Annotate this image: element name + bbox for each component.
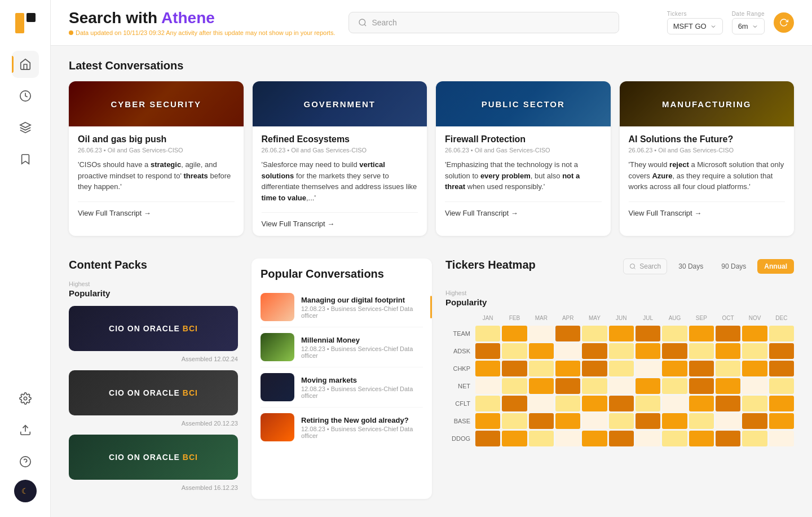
heatmap-cell[interactable] <box>609 326 634 341</box>
heatmap-cell[interactable] <box>502 326 527 341</box>
pack-card-3[interactable]: CIO ON ORACLE BCI <box>69 435 238 480</box>
heatmap-cell[interactable] <box>609 396 634 411</box>
heatmap-cell[interactable] <box>689 396 714 411</box>
heatmap-cell[interactable] <box>475 343 500 359</box>
heatmap-cell[interactable] <box>716 413 740 429</box>
heatmap-cell[interactable] <box>636 361 660 376</box>
heatmap-cell[interactable] <box>716 396 740 411</box>
heatmap-cell[interactable] <box>475 413 500 429</box>
heatmap-cell[interactable] <box>689 361 714 376</box>
heatmap-cell[interactable] <box>502 343 527 359</box>
heatmap-cell[interactable] <box>582 431 607 446</box>
heatmap-cell[interactable] <box>689 326 714 341</box>
heatmap-cell[interactable] <box>555 361 580 376</box>
heatmap-cell[interactable] <box>689 413 714 429</box>
heatmap-cell[interactable] <box>662 378 687 394</box>
heatmap-cell[interactable] <box>529 413 554 429</box>
heatmap-cell[interactable] <box>769 378 794 394</box>
tickers-select[interactable]: MSFT GO <box>667 18 723 34</box>
heatmap-cell[interactable] <box>555 396 580 411</box>
pack-card-2[interactable]: CIO ON ORACLE BCI <box>69 370 238 415</box>
heatmap-cell[interactable] <box>769 431 794 446</box>
heatmap-cell[interactable] <box>689 378 714 394</box>
sidebar-item-bookmark[interactable] <box>12 146 39 173</box>
heatmap-cell[interactable] <box>529 361 554 376</box>
heatmap-cell[interactable] <box>582 343 607 359</box>
heatmap-cell[interactable] <box>636 343 660 359</box>
heatmap-cell[interactable] <box>742 343 767 359</box>
heatmap-cell[interactable] <box>716 343 740 359</box>
heatmap-cell[interactable] <box>475 431 500 446</box>
conversation-card-public[interactable]: PUBLIC SECTOR Firewall Protection 26.06.… <box>436 81 611 236</box>
heatmap-cell[interactable] <box>582 378 607 394</box>
heatmap-cell[interactable] <box>582 361 607 376</box>
sidebar-item-settings[interactable] <box>12 385 39 412</box>
popular-item-1[interactable]: Managing our digital footprint 12.08.23 … <box>261 287 423 327</box>
heatmap-cell[interactable] <box>769 396 794 411</box>
popular-item-4[interactable]: Retiring the New gold already? 12.08.23 … <box>261 408 423 447</box>
heatmap-cell[interactable] <box>582 413 607 429</box>
heatmap-cell[interactable] <box>475 361 500 376</box>
conversation-card-cyber[interactable]: CYBER SECURITY Oil and gas big push 26.0… <box>69 81 244 236</box>
view-transcript-link[interactable]: View Full Transcript → <box>445 201 602 217</box>
heatmap-cell[interactable] <box>742 413 767 429</box>
heatmap-cell[interactable] <box>662 396 687 411</box>
heatmap-cell[interactable] <box>689 431 714 446</box>
time-btn-annual[interactable]: Annual <box>757 259 794 274</box>
conversation-card-manufacturing[interactable]: MANUFACTURING AI Solutions the Future? 2… <box>620 81 795 236</box>
heatmap-cell[interactable] <box>742 361 767 376</box>
heatmap-cell[interactable] <box>502 413 527 429</box>
time-btn-30days[interactable]: 30 Days <box>672 259 710 274</box>
heatmap-cell[interactable] <box>636 413 660 429</box>
heatmap-cell[interactable] <box>742 396 767 411</box>
heatmap-cell[interactable] <box>662 326 687 341</box>
heatmap-cell[interactable] <box>529 326 554 341</box>
heatmap-cell[interactable] <box>529 396 554 411</box>
heatmap-cell[interactable] <box>662 361 687 376</box>
heatmap-cell[interactable] <box>769 361 794 376</box>
heatmap-cell[interactable] <box>502 431 527 446</box>
heatmap-cell[interactable] <box>716 431 740 446</box>
heatmap-cell[interactable] <box>475 378 500 394</box>
heatmap-cell[interactable] <box>582 326 607 341</box>
heatmap-cell[interactable] <box>769 326 794 341</box>
heatmap-cell[interactable] <box>636 396 660 411</box>
heatmap-cell[interactable] <box>475 396 500 411</box>
heatmap-cell[interactable] <box>502 378 527 394</box>
heatmap-cell[interactable] <box>689 343 714 359</box>
sidebar-item-layers[interactable] <box>12 114 39 141</box>
heatmap-cell[interactable] <box>662 343 687 359</box>
heatmap-cell[interactable] <box>555 378 580 394</box>
heatmap-cell[interactable] <box>555 326 580 341</box>
sidebar-item-help[interactable] <box>12 448 39 475</box>
popular-item-2[interactable]: Millennial Money 12.08.23 • Business Ser… <box>261 327 423 367</box>
heatmap-cell[interactable] <box>502 361 527 376</box>
heatmap-cell[interactable] <box>742 378 767 394</box>
heatmap-cell[interactable] <box>609 378 634 394</box>
heatmap-cell[interactable] <box>475 326 500 341</box>
heatmap-cell[interactable] <box>529 431 554 446</box>
heatmap-cell[interactable] <box>609 431 634 446</box>
time-btn-90days[interactable]: 90 Days <box>714 259 753 274</box>
refresh-button[interactable] <box>774 12 794 33</box>
sidebar-item-history[interactable] <box>12 82 39 109</box>
view-transcript-link[interactable]: View Full Transcript → <box>262 212 418 228</box>
heatmap-cell[interactable] <box>555 413 580 429</box>
heatmap-cell[interactable] <box>716 361 740 376</box>
view-transcript-link[interactable]: View Full Transcript → <box>78 201 235 217</box>
app-logo[interactable] <box>11 9 39 37</box>
heatmap-cell[interactable] <box>716 378 740 394</box>
heatmap-cell[interactable] <box>555 431 580 446</box>
heatmap-cell[interactable] <box>636 431 660 446</box>
heatmap-cell[interactable] <box>609 413 634 429</box>
user-avatar[interactable]: ☾ <box>14 480 37 502</box>
heatmap-cell[interactable] <box>769 413 794 429</box>
heatmap-cell[interactable] <box>716 326 740 341</box>
popular-item-3[interactable]: Moving markets 12.08.23 • Business Servi… <box>261 367 423 408</box>
heatmap-cell[interactable] <box>662 431 687 446</box>
heatmap-cell[interactable] <box>529 378 554 394</box>
heatmap-cell[interactable] <box>555 343 580 359</box>
heatmap-cell[interactable] <box>769 343 794 359</box>
heatmap-cell[interactable] <box>609 361 634 376</box>
view-transcript-link[interactable]: View Full Transcript → <box>629 201 785 217</box>
